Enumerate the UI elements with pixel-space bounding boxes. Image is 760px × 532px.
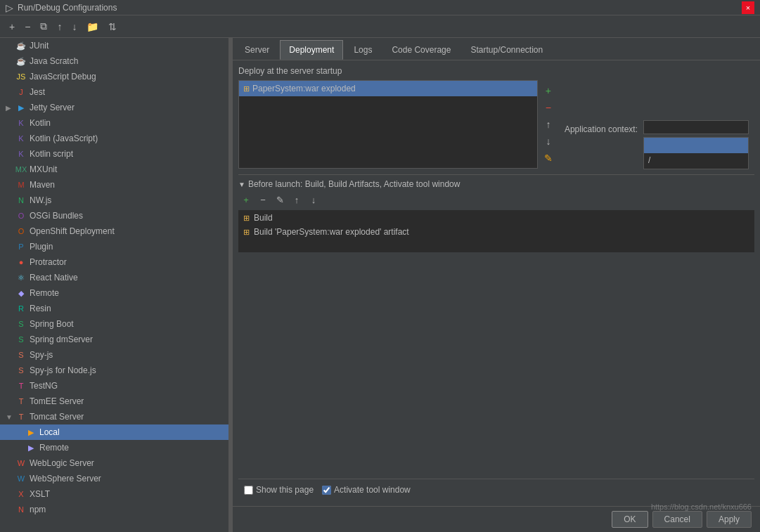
sidebar-item-spring-dm[interactable]: SSpring dmServer <box>0 332 228 347</box>
sidebar-item-nwjs[interactable]: NNW.js <box>0 193 228 208</box>
sidebar-icon-openshift: O <box>15 226 27 237</box>
deploy-up-button[interactable]: ↑ <box>541 117 556 132</box>
sidebar-label-react-native: React Native <box>30 273 78 283</box>
ok-button[interactable]: OK <box>612 511 648 528</box>
show-page-checkbox[interactable] <box>244 486 253 495</box>
sidebar-item-resin[interactable]: RResin <box>0 301 228 316</box>
sidebar-item-java-scratch[interactable]: ☕Java Scratch <box>0 53 228 69</box>
sidebar-icon-tomcat-local: ▶ <box>25 427 37 438</box>
copy-config-button[interactable]: ⧉ <box>37 18 51 34</box>
cancel-button[interactable]: Cancel <box>652 511 702 528</box>
sidebar-icon-spring-boot: S <box>15 318 27 330</box>
before-launch-header[interactable]: ▼ Before launch: Build, Build Artifacts,… <box>238 179 754 189</box>
main-area: ☕JUnit☕Java ScratchJSJavaScript DebugJJe… <box>0 38 760 532</box>
deploy-list: ⊞PaperSystem:war exploded <box>238 80 538 169</box>
sidebar-item-tomcat[interactable]: ▼TTomcat Server <box>0 409 228 424</box>
close-button[interactable]: × <box>742 1 754 14</box>
tab-server[interactable]: Server <box>236 40 278 60</box>
sidebar-item-jetty-server[interactable]: ▶▶Jetty Server <box>0 100 228 115</box>
sidebar-item-weblogic[interactable]: WWebLogic Server <box>0 455 228 471</box>
sidebar-label-maven: Maven <box>30 180 55 190</box>
deploy-remove-button[interactable]: − <box>541 100 556 115</box>
sidebar-item-junit[interactable]: ☕JUnit <box>0 38 228 53</box>
sidebar-item-kotlin-js[interactable]: KKotlin (JavaScript) <box>0 131 228 146</box>
before-launch-up-button[interactable]: ↑ <box>289 192 304 207</box>
sidebar-icon-jest: J <box>15 86 27 98</box>
tab-startup-connection[interactable]: Startup/Connection <box>461 40 552 60</box>
sidebar-item-tomcat-local[interactable]: ▶Local <box>0 424 228 440</box>
before-launch-item-build-artifact[interactable]: ⊞Build 'PaperSystem:war exploded' artifa… <box>239 225 754 239</box>
deploy-add-button[interactable]: + <box>541 83 556 98</box>
before-launch-label-build: Build <box>254 213 273 223</box>
sidebar-icon-tomcat: T <box>15 411 27 422</box>
tab-logs[interactable]: Logs <box>344 40 381 60</box>
dropdown-option-0[interactable] <box>644 138 748 153</box>
sidebar-item-openshift[interactable]: OOpenShift Deployment <box>0 223 228 239</box>
move-down-button[interactable]: ↓ <box>68 19 80 34</box>
app-context-dropdown-wrapper: / / <box>643 120 749 134</box>
sidebar-label-tomee: TomEE Server <box>30 396 84 406</box>
tab-deployment[interactable]: Deployment <box>280 40 343 60</box>
sidebar-label-websphere: WebSphere Server <box>30 474 101 484</box>
app-context-select[interactable]: / <box>643 120 749 134</box>
deploy-down-button[interactable]: ↓ <box>541 134 556 149</box>
sort-button[interactable]: ⇅ <box>105 19 120 34</box>
sidebar-item-protractor[interactable]: ●Protractor <box>0 254 228 270</box>
sidebar-icon-plugin: P <box>15 241 27 252</box>
sidebar-icon-kotlin: K <box>15 117 27 129</box>
before-launch-down-button[interactable]: ↓ <box>306 192 321 207</box>
show-page-row: Show this page <box>244 485 314 495</box>
sidebar-item-tomee[interactable]: TTomEE Server <box>0 394 228 409</box>
sidebar-item-npm[interactable]: Nnpm <box>0 502 228 517</box>
sidebar-label-java-scratch: Java Scratch <box>30 56 78 66</box>
sidebar-item-websphere[interactable]: WWebSphere Server <box>0 471 228 486</box>
dropdown-option-1[interactable]: / <box>644 153 748 169</box>
sidebar-item-jest[interactable]: JJest <box>0 84 228 100</box>
sidebar-item-react-native[interactable]: ⚛React Native <box>0 270 228 285</box>
remove-config-button[interactable]: − <box>21 19 34 34</box>
deploy-section-label: Deploy at the server startup <box>238 66 754 76</box>
sidebar-label-mxunit: MXUnit <box>30 164 57 174</box>
sidebar-icon-java-scratch: ☕ <box>15 56 27 67</box>
sidebar-label-resin: Resin <box>30 304 51 313</box>
folder-button[interactable]: 📁 <box>83 19 102 34</box>
sidebar-label-xslt: XSLT <box>30 489 50 499</box>
add-config-button[interactable]: + <box>6 19 18 34</box>
before-launch-remove-button[interactable]: − <box>255 192 271 207</box>
tab-code-coverage[interactable]: Code Coverage <box>382 40 460 60</box>
sidebar-icon-javascript-debug: JS <box>15 71 27 82</box>
dialog-title: Run/Debug Configurations <box>18 3 117 13</box>
sidebar-label-remote: Remote <box>30 288 59 298</box>
sidebar-icon-protractor: ● <box>15 257 27 268</box>
deploy-edit-button[interactable]: ✎ <box>541 150 556 166</box>
sidebar-label-kotlin-script: Kotlin script <box>30 149 73 159</box>
sidebar-item-mxunit[interactable]: MXMXUnit <box>0 162 228 177</box>
before-launch-label: Before launch: Build, Build Artifacts, A… <box>248 179 460 189</box>
sidebar-item-osgi[interactable]: OOSGi Bundles <box>0 208 228 223</box>
sidebar-label-osgi: OSGi Bundles <box>30 211 83 221</box>
sidebar-item-spring-boot[interactable]: SSpring Boot <box>0 316 228 332</box>
move-up-button[interactable]: ↑ <box>53 19 65 34</box>
before-launch-add-button[interactable]: + <box>238 192 254 207</box>
sidebar-item-tomcat-remote[interactable]: ▶Remote <box>0 440 228 455</box>
sidebar-item-remote[interactable]: ◆Remote <box>0 285 228 301</box>
apply-button[interactable]: Apply <box>707 511 752 528</box>
sidebar-label-tomcat-remote: Remote <box>39 443 69 453</box>
sidebar-item-spy-node[interactable]: SSpy-js for Node.js <box>0 363 228 378</box>
deploy-item-label-paper-system: PaperSystem:war exploded <box>252 84 356 93</box>
sidebar-item-xslt[interactable]: XXSLT <box>0 486 228 502</box>
sidebar-arrow-tomcat: ▼ <box>6 413 15 421</box>
sidebar-item-kotlin[interactable]: KKotlin <box>0 115 228 131</box>
before-launch-item-build[interactable]: ⊞Build <box>239 211 754 225</box>
sidebar-icon-weblogic: W <box>15 458 27 469</box>
sidebar-item-spy-js[interactable]: SSpy-js <box>0 347 228 363</box>
before-launch-edit-button[interactable]: ✎ <box>272 192 288 207</box>
deploy-item-paper-system[interactable]: ⊞PaperSystem:war exploded <box>239 81 537 96</box>
sidebar-item-javascript-debug[interactable]: JSJavaScript Debug <box>0 69 228 84</box>
sidebar-item-maven[interactable]: MMaven <box>0 177 228 193</box>
sidebar-item-kotlin-script[interactable]: KKotlin script <box>0 146 228 162</box>
activate-tool-window-checkbox[interactable] <box>322 486 331 495</box>
sidebar-item-plugin[interactable]: PPlugin <box>0 239 228 254</box>
sidebar-icon-remote: ◆ <box>15 287 27 299</box>
sidebar-item-testng[interactable]: TTestNG <box>0 378 228 394</box>
